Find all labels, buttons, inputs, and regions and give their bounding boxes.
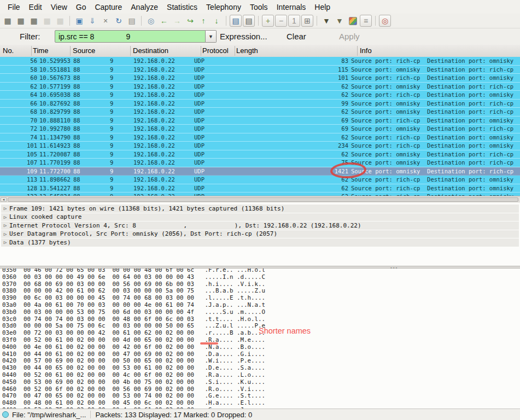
scroll-left-arrow-icon[interactable]: ◂ bbox=[1, 197, 7, 202]
packet-row-107[interactable]: 10711.770199889192.168.0.22UDP75Source p… bbox=[0, 159, 520, 167]
list-interfaces-icon[interactable]: ▦ bbox=[2, 15, 14, 27]
print-icon[interactable]: ▤ bbox=[126, 15, 138, 27]
zoom-out-icon[interactable]: − bbox=[275, 15, 287, 27]
packet-row-60[interactable]: 6010.567673889192.168.0.22UDP101Source p… bbox=[0, 74, 520, 83]
hex-ascii: .....I.n .d.....C bbox=[205, 273, 266, 281]
packet-row-66[interactable]: 6610.827692889192.168.0.22UDP99Source po… bbox=[0, 100, 520, 108]
packet-bytes-pane[interactable]: 0350 00 46 00 72 00 65 00 03 00 00 00 48… bbox=[0, 269, 520, 409]
packet-row-62[interactable]: 6210.577199889192.168.0.22UDP62Source po… bbox=[0, 83, 520, 91]
clear-filter-button[interactable]: Clear bbox=[287, 32, 306, 41]
menu-item-go[interactable]: Go bbox=[72, 1, 91, 13]
packet-row-64[interactable]: 6410.695038889192.168.0.22UDP62Source po… bbox=[0, 91, 520, 100]
capture-filter-icon[interactable]: ▼ bbox=[320, 15, 332, 27]
auto-scroll-icon[interactable]: ▤ bbox=[243, 15, 255, 27]
cell-src1: 88 bbox=[73, 125, 80, 132]
column-separator[interactable] bbox=[201, 46, 201, 56]
column-separator[interactable] bbox=[70, 46, 71, 56]
cell-time: 13.541227 bbox=[39, 185, 71, 191]
reload-file-icon[interactable]: ↻ bbox=[113, 15, 125, 27]
menu-item-view[interactable]: View bbox=[46, 1, 72, 13]
resize-columns-icon[interactable]: ⊞ bbox=[301, 15, 313, 27]
cell-len: 101 bbox=[235, 74, 348, 81]
expander-triangle-icon[interactable]: ▷ bbox=[1, 206, 9, 211]
detail-line-3[interactable]: ▷User Datagram Protocol, Src Port: omnis… bbox=[1, 230, 519, 238]
column-separator[interactable] bbox=[130, 46, 131, 56]
menu-item-analyze[interactable]: Analyze bbox=[126, 1, 162, 13]
cell-dst: 192.168.0.22 bbox=[133, 83, 175, 90]
packet-row-113[interactable]: 11311.898662889192.168.0.22UDP62Source p… bbox=[0, 176, 520, 184]
menu-item-telephony[interactable]: Telephony bbox=[202, 1, 246, 13]
packet-list-pane[interactable]: 5610.529953889192.168.0.22UDP83Source po… bbox=[0, 57, 520, 196]
hex-ascii: .r.....B .a.b.... bbox=[205, 329, 266, 336]
help-icon[interactable]: ◎ bbox=[379, 15, 391, 27]
packet-row-56[interactable]: 5610.529953889192.168.0.22UDP83Source po… bbox=[0, 57, 520, 66]
expander-triangle-icon[interactable]: ▷ bbox=[1, 240, 9, 245]
cell-proto: UDP bbox=[194, 185, 205, 191]
menu-item-file[interactable]: File bbox=[3, 1, 25, 13]
start-capture-icon[interactable]: ▦ bbox=[28, 15, 40, 27]
detail-line-4[interactable]: ▷Data (1377 bytes) bbox=[1, 238, 519, 247]
column-header-info[interactable]: Info bbox=[360, 46, 372, 55]
filter-history-dropdown[interactable]: ▼ bbox=[206, 30, 217, 43]
coloring-rules-icon[interactable] bbox=[347, 15, 359, 27]
column-header-length[interactable]: Length bbox=[236, 46, 258, 55]
preferences-icon[interactable]: ≡ bbox=[360, 15, 372, 27]
packet-row-74[interactable]: 7411.134790889192.168.0.22UDP62Source po… bbox=[0, 133, 520, 142]
column-separator[interactable] bbox=[235, 46, 235, 56]
packet-row-101[interactable]: 10111.614923889192.168.0.22UDP234Source … bbox=[0, 142, 520, 150]
colorize-list-icon[interactable]: ▤ bbox=[230, 15, 242, 27]
go-to-packet-icon[interactable]: ↪ bbox=[184, 15, 196, 27]
display-filter-input[interactable]: ip.src == 8 9 bbox=[55, 30, 206, 43]
detail-line-2[interactable]: ▷Internet Protocol Version 4, Src: 8,), … bbox=[1, 221, 519, 230]
menu-item-help[interactable]: Help bbox=[310, 1, 335, 13]
cell-time: 11.770199 bbox=[39, 159, 71, 166]
column-header-protocol[interactable]: Protocol bbox=[202, 46, 229, 55]
capture-options-icon[interactable]: ▦ bbox=[15, 15, 27, 27]
detail-text-post: ), Dst: 192.168.0.22 (192.168.0.22) bbox=[235, 222, 361, 229]
go-to-bottom-icon[interactable]: ↓ bbox=[211, 15, 223, 27]
detail-line-0[interactable]: ▷Frame 109: 1421 bytes on wire (11368 bi… bbox=[1, 205, 519, 213]
detail-text: Frame 109: 1421 bytes on wire (11368 bit… bbox=[9, 205, 284, 212]
packet-row-58[interactable]: 5810.551881889192.168.0.22UDP115Source p… bbox=[0, 66, 520, 74]
menu-item-statistics[interactable]: Statistics bbox=[162, 1, 202, 13]
column-separator[interactable] bbox=[357, 46, 358, 56]
save-file-icon[interactable]: ⇓ bbox=[86, 15, 98, 27]
packet-row-128[interactable]: 12813.541227889192.168.0.22UDP62Source p… bbox=[0, 184, 520, 193]
packet-row-105[interactable]: 10511.720087889192.168.0.22UDP62Source p… bbox=[0, 150, 520, 159]
packet-details-pane[interactable]: ▷Frame 109: 1421 bytes on wire (11368 bi… bbox=[0, 203, 520, 266]
menu-item-capture[interactable]: Capture bbox=[90, 1, 126, 13]
packet-row-68[interactable]: 6810.829799889192.168.0.22UDP62Source po… bbox=[0, 108, 520, 116]
column-header-source[interactable]: Source bbox=[73, 46, 95, 55]
menu-item-internals[interactable]: Internals bbox=[272, 1, 311, 13]
cell-src2: 9 bbox=[110, 83, 113, 90]
go-to-top-icon[interactable]: ↑ bbox=[197, 15, 209, 27]
column-header-time[interactable]: Time bbox=[33, 46, 48, 55]
hex-ascii: .R.a.... .L.o.... bbox=[205, 371, 266, 378]
expander-triangle-icon[interactable]: ▷ bbox=[1, 214, 9, 220]
find-packet-icon[interactable]: ◎ bbox=[145, 15, 157, 27]
cell-len: 62 bbox=[235, 151, 348, 158]
zoom-in-icon[interactable]: + bbox=[262, 15, 274, 27]
packet-row-109[interactable]: 10911.772700889192.168.0.22UDP1421Source… bbox=[0, 167, 520, 176]
expert-info-icon[interactable] bbox=[2, 411, 9, 418]
display-filter-icon[interactable]: ▼ bbox=[334, 15, 346, 27]
expander-triangle-icon[interactable]: ▷ bbox=[1, 223, 9, 228]
expression-button[interactable]: Expression... bbox=[220, 32, 267, 41]
horizontal-scrollbar[interactable]: ◂ bbox=[0, 196, 520, 202]
go-back-icon[interactable]: ← bbox=[158, 15, 170, 27]
apply-filter-button[interactable]: Apply bbox=[339, 32, 360, 41]
detail-line-1[interactable]: ▷Linux cooked capture bbox=[1, 213, 519, 221]
menu-item-tools[interactable]: Tools bbox=[246, 1, 272, 13]
expander-triangle-icon[interactable]: ▷ bbox=[1, 231, 9, 237]
column-header-destination[interactable]: Destination bbox=[133, 46, 168, 55]
scrollbar-thumb[interactable] bbox=[8, 197, 518, 202]
close-file-icon[interactable]: × bbox=[100, 15, 112, 27]
open-file-icon[interactable]: ▣ bbox=[73, 15, 85, 27]
menu-item-edit[interactable]: Edit bbox=[25, 1, 46, 13]
column-separator[interactable] bbox=[31, 46, 32, 56]
zoom-100-icon[interactable]: 1 bbox=[288, 15, 300, 27]
packet-row-70[interactable]: 7010.888110889192.168.0.22UDP69Source po… bbox=[0, 116, 520, 125]
column-header-no[interactable]: No. bbox=[3, 46, 14, 55]
packet-row-72[interactable]: 7210.992780889192.168.0.22UDP69Source po… bbox=[0, 125, 520, 133]
go-forward-icon[interactable]: → bbox=[171, 15, 183, 27]
